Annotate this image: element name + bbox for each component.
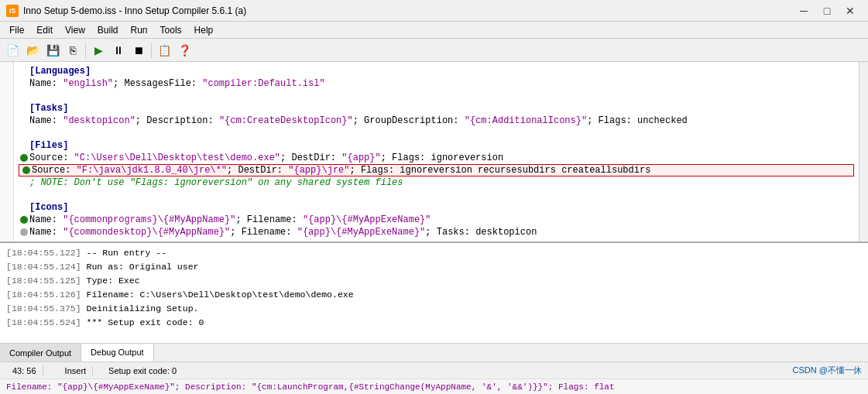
code-line: Source: "C:\Users\Dell\Desktop\test\demo… [19, 152, 854, 164]
code-text: [Files] [29, 139, 854, 152]
output-time: [18:04:55.122] [6, 248, 81, 258]
toolbar-sep2 [151, 43, 152, 58]
code-line: Name: "{commondesktop}\{#MyAppName}"; Fi… [19, 226, 854, 238]
code-text: [Tasks] [29, 102, 854, 115]
exit-code-status: Setup exit code: 0 [108, 366, 177, 375]
toolbar-sep1 [85, 43, 86, 58]
menu-run[interactable]: Run [125, 22, 154, 38]
output-text: Type: Exec [87, 276, 140, 286]
title-bar: IS Inno Setup 5-demo.iss - Inno Setup Co… [0, 0, 868, 22]
menu-file[interactable]: File [3, 22, 30, 38]
code-line: Name: "english"; MessagesFile: "compiler… [19, 77, 854, 90]
output-text: Deinitializing Setup. [87, 303, 199, 313]
edit-mode: Insert [59, 366, 94, 375]
clipboard-button[interactable]: 📋 [155, 41, 173, 60]
output-text: *** Setup exit code: 0 [87, 317, 204, 327]
menu-edit[interactable]: Edit [30, 22, 59, 38]
breakpoint-dot-gray [20, 228, 28, 236]
output-text: Run as: Original user [87, 262, 199, 272]
code-text: Name: "english"; MessagesFile: "compiler… [29, 77, 854, 90]
watermark: CSDN @不懂一休 [793, 365, 862, 376]
save-button[interactable]: 💾 [43, 41, 62, 60]
code-text: ; NOTE: Don't use "Flags: ignoreversion"… [29, 176, 854, 189]
output-line: [18:04:55.375] Deinitializing Setup. [6, 302, 862, 316]
code-line [19, 189, 854, 201]
code-text: [Icons] [29, 201, 854, 214]
maximize-button[interactable]: □ [815, 0, 839, 22]
cursor-position: 43: 56 [6, 366, 43, 375]
menu-build[interactable]: Build [91, 22, 125, 38]
code-line: [Files] [19, 139, 854, 152]
output-panel: [18:04:55.122] -- Run entry -- [18:04:55… [0, 242, 868, 361]
code-line: [Tasks] [19, 102, 854, 115]
menu-tools[interactable]: Tools [154, 22, 188, 38]
pause-button[interactable]: ⏸ [109, 41, 128, 60]
bp-area [19, 154, 29, 162]
output-text: -- Run entry -- [87, 248, 167, 258]
menu-bar: File Edit View Build Run Tools Help [0, 22, 868, 39]
code-line: ; NOTE: Don't use "Flags: ignoreversion"… [19, 176, 854, 189]
output-time: [18:04:55.125] [6, 276, 81, 286]
output-tabs: Compiler Output Debug Output [0, 343, 868, 361]
bottom-bar-text: Filename: "{app}\{#MyAppExeName}"; Descr… [6, 382, 615, 392]
output-content: [18:04:55.122] -- Run entry -- [18:04:55… [0, 243, 868, 343]
stop-button[interactable]: ⏹ [129, 41, 148, 60]
status-bar: 43: 56 Insert Setup exit code: 0 CSDN @不… [0, 361, 868, 379]
bp-area [21, 166, 32, 174]
output-line: [18:04:55.126] Filename: C:\Users\Dell\D… [6, 288, 862, 302]
bp-area [19, 216, 29, 224]
run-button[interactable]: ▶ [89, 41, 108, 60]
main-container: [Languages] Name: "english"; MessagesFil… [0, 62, 868, 394]
vertical-scrollbar[interactable] [859, 62, 868, 242]
window-title: Inno Setup 5-demo.iss - Inno Setup Compi… [23, 5, 792, 16]
code-line: Name: "desktopicon"; Description: "{cm:C… [19, 115, 854, 127]
output-line: [18:04:55.125] Type: Exec [6, 274, 862, 288]
code-line: [Icons] [19, 201, 854, 214]
close-button[interactable]: ✕ [839, 0, 862, 22]
bottom-bar: Filename: "{app}\{#MyAppExeName}"; Descr… [0, 379, 868, 394]
code-text: [Languages] [29, 65, 854, 77]
highlighted-code-line: Source: "F:\java\jdk1.8.0_40\jre\*"; Des… [19, 164, 854, 176]
open-button[interactable]: 📂 [23, 41, 42, 60]
code-line [19, 127, 854, 139]
tab-compiler-output[interactable]: Compiler Output [0, 344, 81, 361]
editor-area: [Languages] Name: "english"; MessagesFil… [0, 62, 868, 242]
gutter [0, 62, 14, 242]
code-line [19, 90, 854, 102]
output-time: [18:04:55.126] [6, 290, 81, 300]
window-controls: ─ □ ✕ [792, 0, 862, 22]
help-button[interactable]: ❓ [175, 41, 194, 60]
toolbar: 📄 📂 💾 ⎘ ▶ ⏸ ⏹ 📋 ❓ [0, 39, 868, 62]
menu-view[interactable]: View [59, 22, 91, 38]
output-line: [18:04:55.122] -- Run entry -- [6, 246, 862, 260]
new-button[interactable]: 📄 [3, 41, 22, 60]
code-line: Name: "{commonprograms}\{#MyAppName}"; F… [19, 214, 854, 226]
breakpoint-dot [20, 216, 28, 224]
breakpoint-dot [22, 166, 30, 174]
output-time: [18:04:55.524] [6, 317, 81, 327]
code-line: [Languages] [19, 65, 854, 77]
tab-debug-output[interactable]: Debug Output [81, 344, 154, 362]
code-text: Name: "{commonprograms}\{#MyAppName}"; F… [29, 214, 854, 226]
app-icon: IS [6, 5, 19, 17]
bp-area [19, 228, 29, 236]
output-text: Filename: C:\Users\Dell\Desktop\test\dem… [87, 290, 354, 300]
output-time: [18:04:55.375] [6, 303, 81, 313]
code-text: Source: "F:\java\jdk1.8.0_40\jre\*"; Des… [32, 164, 852, 176]
minimize-button[interactable]: ─ [792, 0, 815, 22]
code-editor[interactable]: [Languages] Name: "english"; MessagesFil… [14, 62, 859, 242]
breakpoint-dot [20, 154, 28, 162]
output-time: [18:04:55.124] [6, 262, 81, 272]
output-line: [18:04:55.124] Run as: Original user [6, 260, 862, 274]
code-text: Source: "C:\Users\Dell\Desktop\test\demo… [29, 152, 854, 164]
code-text: Name: "{commondesktop}\{#MyAppName}"; Fi… [29, 226, 854, 238]
code-text: Name: "desktopicon"; Description: "{cm:C… [29, 115, 854, 127]
output-line: [18:04:55.524] *** Setup exit code: 0 [6, 316, 862, 330]
menu-help[interactable]: Help [188, 22, 220, 38]
code-line [19, 238, 854, 242]
copy-button[interactable]: ⎘ [63, 41, 82, 60]
